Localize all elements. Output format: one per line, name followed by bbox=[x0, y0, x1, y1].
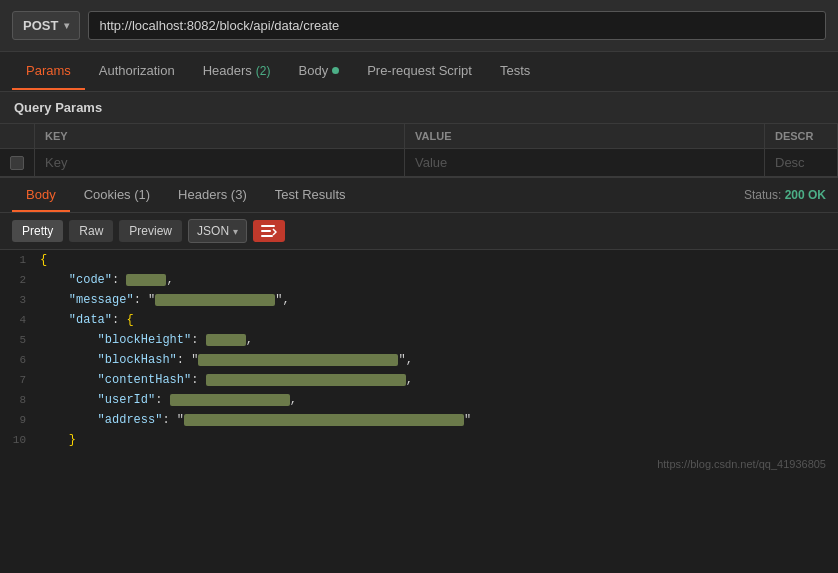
code-area[interactable]: 1 { 2 "code": , 3 "message": "", 4 "data… bbox=[0, 250, 838, 450]
svg-rect-0 bbox=[261, 225, 275, 227]
response-tab-test-results[interactable]: Test Results bbox=[261, 179, 360, 212]
code-line-7: 7 "contentHash": , bbox=[0, 370, 838, 390]
method-label: POST bbox=[23, 18, 58, 33]
status-badge: Status: 200 OK bbox=[744, 188, 826, 202]
wrap-btn[interactable] bbox=[253, 220, 285, 242]
tab-tests[interactable]: Tests bbox=[486, 53, 544, 90]
request-tabs: Params Authorization Headers (2) Body Pr… bbox=[0, 52, 838, 92]
response-tab-headers[interactable]: Headers (3) bbox=[164, 179, 261, 212]
btn-preview[interactable]: Preview bbox=[119, 220, 182, 242]
checkbox[interactable] bbox=[10, 156, 24, 170]
method-chevron: ▾ bbox=[64, 20, 69, 31]
svg-rect-2 bbox=[261, 235, 273, 237]
tab-params[interactable]: Params bbox=[12, 53, 85, 90]
code-line-10: 10 } bbox=[0, 430, 838, 450]
code-line-3: 3 "message": "", bbox=[0, 290, 838, 310]
code-line-1: 1 { bbox=[0, 250, 838, 270]
format-bar: Pretty Raw Preview JSON ▾ bbox=[0, 213, 838, 250]
code-line-5: 5 "blockHeight": , bbox=[0, 330, 838, 350]
url-input[interactable] bbox=[88, 11, 826, 40]
svg-rect-1 bbox=[261, 230, 271, 232]
code-line-8: 8 "userId": , bbox=[0, 390, 838, 410]
url-bar: POST ▾ bbox=[0, 0, 838, 52]
method-selector[interactable]: POST ▾ bbox=[12, 11, 80, 40]
btn-raw[interactable]: Raw bbox=[69, 220, 113, 242]
col-desc: DESCR bbox=[765, 124, 838, 149]
footer-link: https://blog.csdn.net/qq_41936805 bbox=[657, 458, 826, 470]
response-tab-body[interactable]: Body bbox=[12, 179, 70, 212]
table-row: Key Value Desc bbox=[0, 149, 838, 177]
col-value: VALUE bbox=[405, 124, 765, 149]
headers-badge: (2) bbox=[256, 64, 271, 78]
format-type-select[interactable]: JSON ▾ bbox=[188, 219, 247, 243]
desc-cell[interactable]: Desc bbox=[765, 149, 838, 177]
query-params-title: Query Params bbox=[0, 92, 838, 124]
status-value: 200 OK bbox=[785, 188, 826, 202]
response-tab-cookies[interactable]: Cookies (1) bbox=[70, 179, 164, 212]
params-table: KEY VALUE DESCR Key Value Desc bbox=[0, 124, 838, 177]
code-line-4: 4 "data": { bbox=[0, 310, 838, 330]
row-checkbox bbox=[0, 149, 35, 177]
btn-pretty[interactable]: Pretty bbox=[12, 220, 63, 242]
code-line-9: 9 "address": "" bbox=[0, 410, 838, 430]
response-header: Body Cookies (1) Headers (3) Test Result… bbox=[0, 177, 838, 213]
code-line-2: 2 "code": , bbox=[0, 270, 838, 290]
format-chevron: ▾ bbox=[233, 226, 238, 237]
value-cell[interactable]: Value bbox=[405, 149, 765, 177]
tab-authorization[interactable]: Authorization bbox=[85, 53, 189, 90]
tab-headers[interactable]: Headers (2) bbox=[189, 53, 285, 90]
col-checkbox bbox=[0, 124, 35, 149]
key-cell[interactable]: Key bbox=[35, 149, 405, 177]
col-key: KEY bbox=[35, 124, 405, 149]
tab-body[interactable]: Body bbox=[285, 53, 354, 90]
code-line-6: 6 "blockHash": "", bbox=[0, 350, 838, 370]
response-tabs: Body Cookies (1) Headers (3) Test Result… bbox=[12, 179, 360, 212]
body-dot bbox=[332, 67, 339, 74]
tab-pre-request[interactable]: Pre-request Script bbox=[353, 53, 486, 90]
